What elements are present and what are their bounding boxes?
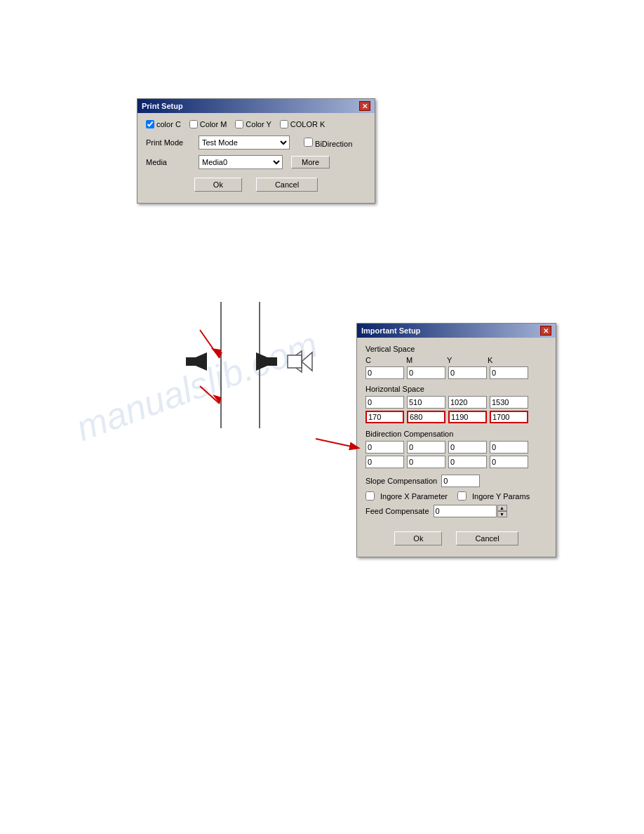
feed-comp-label: Feed Compensate	[365, 507, 429, 515]
vertical-space-section: Vertical Space C M Y K	[365, 345, 547, 379]
print-setup-dialog: Print Setup ✕ color C Color M Color Y CO…	[137, 98, 375, 204]
svg-rect-3	[186, 357, 207, 366]
svg-rect-12	[288, 355, 302, 368]
feed-spinner-down[interactable]: ▼	[497, 511, 507, 517]
important-setup-cancel-button[interactable]: Cancel	[456, 531, 518, 545]
horiz-r1-0[interactable]	[365, 396, 404, 409]
checkbox-color-c[interactable]: color C	[146, 120, 181, 128]
checkbox-color-c-label: color C	[156, 120, 181, 128]
ignore-y-checkbox[interactable]	[457, 491, 467, 501]
ignore-y-label: Ingore Y Params	[472, 492, 530, 501]
important-setup-ok-button[interactable]: Ok	[394, 531, 442, 545]
feed-spinner-up[interactable]: ▲	[497, 505, 507, 511]
horiz-r1-2[interactable]	[448, 396, 487, 409]
checkbox-color-y[interactable]: Color Y	[235, 120, 271, 128]
bidir-r1-2[interactable]	[448, 441, 487, 454]
print-setup-close-button[interactable]: ✕	[359, 101, 370, 111]
checkbox-color-m-label: Color M	[200, 120, 227, 128]
horiz-r2-1[interactable]	[407, 411, 445, 423]
print-mode-label: Print Mode	[146, 138, 199, 147]
k-header: K	[488, 356, 528, 364]
horiz-r1-3[interactable]	[490, 396, 528, 409]
bidirection-checkbox[interactable]	[304, 138, 313, 147]
diagram-area	[137, 295, 347, 435]
checkbox-color-k-label: COLOR K	[290, 120, 326, 128]
horizontal-row2	[365, 411, 547, 423]
slope-row: Slope Compensation	[365, 475, 547, 487]
checkbox-color-c-input[interactable]	[146, 120, 154, 128]
bidir-r1-3[interactable]	[490, 441, 528, 454]
vert-k-input[interactable]	[490, 366, 528, 379]
svg-line-15	[316, 439, 358, 448]
bidir-r2-3[interactable]	[490, 456, 528, 468]
bidir-row2	[365, 456, 547, 468]
important-setup-buttons: Ok Cancel	[365, 531, 547, 545]
important-setup-dialog: Important Setup ✕ Vertical Space C M Y K…	[356, 323, 556, 557]
print-mode-select[interactable]: Test Mode Normal Mode Draft Mode	[199, 135, 290, 150]
media-label: Media	[146, 158, 199, 166]
diagram-svg	[137, 295, 347, 435]
feed-spinner: ▲ ▼	[497, 505, 507, 517]
vert-y-input[interactable]	[448, 366, 487, 379]
print-mode-row: Print Mode Test Mode Normal Mode Draft M…	[146, 135, 366, 150]
bidir-r2-0[interactable]	[365, 456, 404, 468]
checkbox-color-k-input[interactable]	[280, 120, 288, 128]
media-row: Media Media0 Media1 Media2 More	[146, 155, 366, 169]
slope-comp-label: Slope Compensation	[365, 477, 437, 485]
bidir-r1-1[interactable]	[407, 441, 445, 454]
horiz-r2-2[interactable]	[448, 411, 487, 423]
horizontal-row1	[365, 396, 547, 409]
checkbox-color-m-input[interactable]	[189, 120, 198, 128]
print-setup-title: Print Setup	[142, 102, 183, 110]
bidir-r1-0[interactable]	[365, 441, 404, 454]
svg-marker-13	[302, 352, 312, 371]
c-header: C	[365, 356, 406, 364]
bidir-r2-2[interactable]	[448, 456, 487, 468]
bidirection-label-text: BiDirection	[315, 140, 352, 148]
bidir-label: Bidirection Compensation	[365, 430, 547, 438]
checkbox-color-k[interactable]: COLOR K	[280, 120, 326, 128]
svg-rect-5	[256, 357, 277, 366]
y-header: Y	[447, 356, 488, 364]
media-select[interactable]: Media0 Media1 Media2	[199, 155, 283, 169]
horizontal-space-section: Horizontal Space	[365, 385, 547, 423]
checkbox-color-y-label: Color Y	[246, 120, 271, 128]
ignore-row: Ingore X Parameter Ingore Y Params	[365, 491, 547, 501]
svg-line-9	[200, 386, 220, 404]
color-checkboxes-row: color C Color M Color Y COLOR K	[146, 120, 366, 128]
vertical-space-label: Vertical Space	[365, 345, 547, 353]
checkbox-color-y-input[interactable]	[235, 120, 243, 128]
bidir-section: Bidirection Compensation	[365, 430, 547, 468]
print-setup-buttons: Ok Cancel	[146, 178, 366, 192]
vertical-space-inputs	[365, 366, 547, 379]
horiz-r1-1[interactable]	[407, 396, 445, 409]
cmyk-header: C M Y K	[365, 356, 547, 364]
print-setup-ok-button[interactable]: Ok	[194, 178, 242, 192]
bidir-row1	[365, 441, 547, 454]
important-setup-titlebar: Important Setup ✕	[357, 324, 556, 338]
ignore-x-checkbox[interactable]	[365, 491, 375, 501]
ignore-x-label: Ingore X Parameter	[380, 492, 448, 501]
m-header: M	[406, 356, 447, 364]
important-setup-close-button[interactable]: ✕	[540, 326, 551, 336]
bidirection-checkbox-label: BiDirection	[304, 138, 352, 148]
feed-input[interactable]	[434, 505, 497, 517]
slope-input[interactable]	[441, 475, 480, 487]
horiz-r2-0[interactable]	[365, 411, 404, 423]
bidir-r2-1[interactable]	[407, 456, 445, 468]
print-setup-titlebar: Print Setup ✕	[137, 99, 375, 113]
horiz-r2-3[interactable]	[490, 411, 528, 423]
horizontal-space-label: Horizontal Space	[365, 385, 547, 393]
important-setup-title: Important Setup	[361, 326, 420, 335]
feed-row: Feed Compensate ▲ ▼	[365, 505, 547, 517]
vert-c-input[interactable]	[365, 366, 404, 379]
vert-m-input[interactable]	[407, 366, 445, 379]
print-setup-cancel-button[interactable]: Cancel	[256, 178, 318, 192]
more-button[interactable]: More	[291, 156, 330, 168]
checkbox-color-m[interactable]: Color M	[189, 120, 227, 128]
